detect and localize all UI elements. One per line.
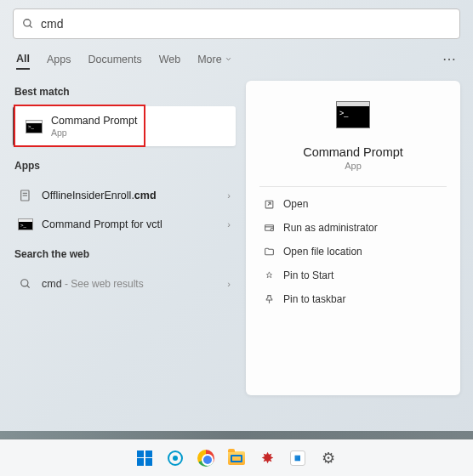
tab-web[interactable]: Web [159,54,180,65]
app-result-2-label: Command Prompt for vctl [42,218,162,230]
svg-line-1 [30,26,32,28]
svg-point-11 [271,228,273,230]
best-match-title: Command Prompt [51,115,137,127]
command-prompt-icon-large [336,101,370,128]
action-label: Pin to Start [283,269,333,281]
svg-line-6 [27,286,30,288]
tab-more-label: More [197,54,221,65]
action-label: Open [283,198,308,210]
svg-point-0 [24,20,31,26]
search-input[interactable] [41,17,451,31]
action-run-admin[interactable]: Run as administrator [259,216,447,240]
file-explorer-icon [228,451,245,465]
search-icon [18,276,33,292]
taskbar-app-bug[interactable]: ✸ [255,446,279,470]
windows-icon [137,450,152,466]
pin-icon [263,293,275,305]
app-result-1[interactable]: OfflineInsiderEnroll.cmd › [13,180,236,211]
start-button[interactable] [133,446,157,470]
admin-icon [263,222,275,234]
web-result-label: cmd - See web results [42,278,144,290]
taskbar-settings[interactable]: ⚙ [316,446,340,470]
tab-all[interactable]: All [16,53,30,70]
bug-icon: ✸ [261,449,274,468]
gear-icon: ⚙ [322,449,335,468]
best-match-result[interactable]: Command Prompt App [13,106,236,146]
action-pin-start[interactable]: Pin to Start [259,264,447,287]
office-icon: ▦ [290,450,305,466]
detail-panel: Command Prompt App Open Run as administr… [246,81,460,395]
taskbar-office[interactable]: ▦ [286,446,310,470]
open-icon [263,198,275,210]
taskbar-broadcast[interactable] [163,446,187,470]
action-label: Run as administrator [283,222,378,234]
file-icon [18,188,33,203]
chrome-icon [197,450,214,467]
chevron-down-icon [225,55,232,63]
action-label: Open file location [283,246,362,258]
search-box[interactable] [13,8,460,39]
best-match-subtitle: App [51,128,137,138]
pin-icon [263,269,275,281]
action-file-location[interactable]: Open file location [259,240,447,264]
taskbar: ✸ ▦ ⚙ [0,439,473,476]
app-result-2[interactable]: Command Prompt for vctl › [13,211,236,238]
section-search-web: Search the web [13,238,236,269]
section-apps: Apps [13,146,236,180]
broadcast-icon [168,450,183,466]
action-open[interactable]: Open [259,192,447,216]
command-prompt-icon [26,120,43,133]
taskbar-chrome[interactable] [194,446,218,470]
search-tabs: All Apps Documents Web More ⋯ [13,39,460,76]
web-result[interactable]: cmd - See web results › [13,269,236,299]
action-pin-taskbar[interactable]: Pin to taskbar [259,287,447,311]
tab-more[interactable]: More [197,54,231,65]
action-label: Pin to taskbar [283,293,345,305]
taskbar-explorer[interactable] [225,446,248,470]
divider [259,186,447,187]
more-options-icon[interactable]: ⋯ [442,51,457,67]
svg-point-5 [21,280,28,286]
search-icon [22,18,34,30]
app-result-1-label: OfflineInsiderEnroll.cmd [42,190,157,201]
folder-icon [263,246,275,258]
section-best-match: Best match [13,81,236,106]
command-prompt-icon [18,218,33,230]
tab-apps[interactable]: Apps [47,54,71,65]
chevron-right-icon: › [227,219,231,230]
tab-documents[interactable]: Documents [88,54,141,65]
chevron-right-icon: › [227,190,231,201]
chevron-right-icon: › [227,279,231,289]
detail-subtitle: App [345,161,362,171]
detail-title: Command Prompt [303,145,403,159]
